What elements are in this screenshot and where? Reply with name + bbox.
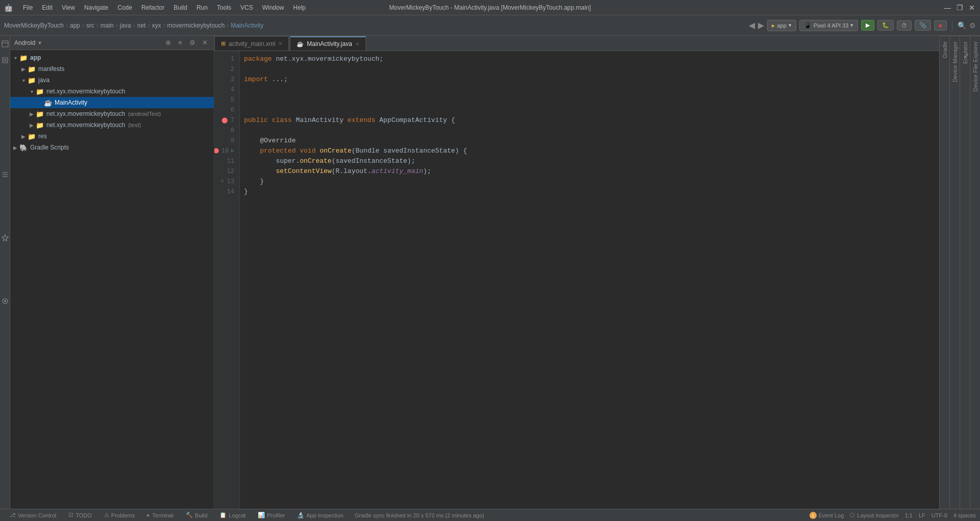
code-editor[interactable]: 1 2 3 4 5 6 ⬤ 7 8 9 ⬤ 10 ▷ 11 12 [214, 51, 939, 509]
menu-refactor[interactable]: Refactor [137, 3, 168, 12]
gradle-panel-tab[interactable]: Gradle [939, 36, 949, 509]
project-tool-button[interactable] [0, 38, 11, 50]
resource-manager-button[interactable] [0, 54, 11, 66]
tree-item-package-androidtest[interactable]: ▶ 📁 net.xyx.movermickeybytouch (androidT… [10, 108, 214, 119]
breadcrumb-app[interactable]: app [70, 22, 80, 29]
tree-item-package-test[interactable]: ▶ 📁 net.xyx.movermickeybytouch (test) [10, 119, 214, 131]
androidtest-badge: (androidTest) [128, 111, 161, 117]
device-file-explorer-panel-tab[interactable]: Device File Explorer [970, 36, 980, 509]
breadcrumb-class[interactable]: MainActivity [231, 22, 263, 29]
layout-inspector-button[interactable]: ⬡ Layout Inspector [850, 512, 898, 518]
gradle-tab-label[interactable]: Gradle [940, 36, 949, 63]
back-button[interactable]: ◀ [749, 20, 755, 30]
menu-run[interactable]: Run [192, 3, 212, 12]
breadcrumb-net[interactable]: net [137, 22, 146, 29]
app-config-dropdown[interactable]: ▸ app ▾ [767, 20, 796, 31]
menu-code[interactable]: Code [113, 3, 136, 12]
breadcrumb-main[interactable]: main [101, 22, 114, 29]
profile-button[interactable]: ⏱ [897, 20, 912, 31]
menu-navigate[interactable]: Navigate [80, 3, 112, 12]
android-dropdown-arrow[interactable]: ▾ [38, 39, 41, 46]
code-line-3: import ...; [244, 75, 935, 85]
breadcrumb-xyx[interactable]: xyx [152, 22, 161, 29]
tab-close-xml[interactable]: ✕ [278, 41, 282, 46]
tree-item-package-main[interactable]: ▾ 📁 net.xyx.movermickeybytouch [10, 86, 214, 97]
line-num-11: 11 [214, 156, 239, 166]
menu-help[interactable]: Help [289, 3, 310, 12]
panel-actions: ⊕ ≡ ⚙ ✕ [163, 38, 210, 48]
settings-button[interactable]: ⚙ [969, 21, 976, 30]
menu-window[interactable]: Window [258, 3, 288, 12]
menu-view[interactable]: View [58, 3, 79, 12]
tree-item-res[interactable]: ▶ 📁 res [10, 131, 214, 142]
terminal-icon: ▸ [147, 512, 150, 518]
svg-marker-7 [2, 235, 8, 241]
structure-button[interactable] [0, 168, 11, 181]
problems-tab[interactable]: ⚠ Problems [99, 511, 140, 519]
forward-button[interactable]: ▶ [758, 20, 764, 30]
menu-build[interactable]: Build [169, 3, 191, 12]
tree-item-java[interactable]: ▾ 📁 java [10, 75, 214, 86]
device-dropdown[interactable]: 📱 Pixel 4 API 33 ▾ [799, 20, 859, 31]
panel-settings-button[interactable]: ⚙ [187, 38, 198, 48]
sync-button[interactable]: ⊕ [163, 38, 173, 48]
tree-label-package-main: net.xyx.movermickeybytouch [46, 88, 125, 95]
device-manager-panel-tab[interactable]: Device Manager [949, 36, 960, 509]
tree-item-mainactivity[interactable]: ☕ MainActivity [10, 97, 214, 108]
problems-icon: ⚠ [104, 512, 109, 518]
device-file-explorer-tab-label[interactable]: Device File Explorer [971, 36, 980, 96]
breadcrumb-src[interactable]: src [86, 22, 94, 29]
indent-setting[interactable]: 4 spaces [953, 512, 976, 518]
todo-label: TODO [76, 512, 92, 518]
breadcrumb-package[interactable]: movermickeybytouch [167, 22, 225, 29]
line-num-5: 5 [214, 95, 239, 105]
maximize-button[interactable]: ❐ [955, 4, 964, 12]
todo-tab[interactable]: ☑ TODO [63, 511, 97, 519]
menu-tools[interactable]: Tools [213, 3, 235, 12]
attach-button[interactable]: 📎 [915, 20, 931, 31]
profiler-tab[interactable]: 📊 Profiler [253, 511, 290, 519]
line-num-9: 9 [214, 136, 239, 146]
tree-item-gradle[interactable]: ▶ 🐘 Gradle Scripts [10, 142, 214, 153]
menu-file[interactable]: File [19, 3, 37, 12]
debug-button[interactable]: 🐛 [877, 20, 894, 31]
hide-panel-button[interactable]: ✕ [200, 38, 210, 48]
tab-close-java[interactable]: ✕ [355, 41, 359, 47]
emulator-tab-label[interactable]: Emulator [961, 36, 970, 69]
device-dropdown-arrow: ▾ [850, 22, 853, 29]
tab-activity-main-xml[interactable]: ⊞ activity_main.xml ✕ [214, 36, 289, 51]
emulator-panel-tab[interactable]: Emulator [960, 36, 970, 509]
device-manager-tab-label[interactable]: Device Manager [950, 36, 960, 87]
terminal-tab[interactable]: ▸ Terminal [142, 511, 179, 519]
minimize-button[interactable]: — [943, 4, 951, 12]
search-everywhere-button[interactable]: 🔍 [958, 21, 966, 30]
run-button[interactable]: ▶ [861, 20, 874, 31]
breadcrumb-project[interactable]: MoverMickeyByTouch [4, 22, 64, 29]
menu-vcs[interactable]: VCS [236, 3, 257, 12]
close-button[interactable]: ✕ [968, 4, 976, 12]
toolbar-right: ◀ ▶ ▸ app ▾ 📱 Pixel 4 API 33 ▾ ▶ 🐛 ⏱ 📎 ■… [749, 20, 976, 31]
file-encoding[interactable]: UTF-8 [932, 512, 947, 518]
menu-edit[interactable]: Edit [38, 3, 57, 12]
tree-item-manifests[interactable]: ▶ 📁 manifests [10, 63, 214, 75]
event-log-button[interactable]: 1 Event Log [810, 512, 844, 519]
logcat-tab[interactable]: 📋 Logcat [214, 511, 251, 519]
collapse-all-button[interactable]: ≡ [175, 38, 185, 48]
tree-item-app[interactable]: ▾ 📁 app [10, 52, 214, 63]
test-badge: (test) [128, 122, 141, 128]
line-ending[interactable]: LF [919, 512, 925, 518]
build-variants-button[interactable] [0, 295, 11, 307]
logcat-icon: 📋 [219, 512, 227, 518]
breadcrumb-java[interactable]: java [120, 22, 131, 29]
device-label: Pixel 4 API 33 [814, 22, 849, 29]
tab-mainactivity-java[interactable]: ☕ MainActivity.java ✕ [290, 36, 365, 51]
tree-label-res: res [38, 133, 47, 140]
code-content[interactable]: package net.xyx.movermickeybytouch; impo… [240, 51, 939, 509]
app-inspection-tab[interactable]: 🔬 App Inspection [292, 511, 349, 519]
version-control-tab[interactable]: ⎇ Version Control [4, 511, 61, 519]
build-tab[interactable]: 🔨 Build [181, 511, 212, 519]
tree-label-manifests: manifests [38, 65, 64, 72]
cursor-position: 1:1 [905, 512, 913, 518]
favorites-button[interactable] [0, 232, 11, 244]
stop-button[interactable]: ■ [934, 20, 947, 31]
